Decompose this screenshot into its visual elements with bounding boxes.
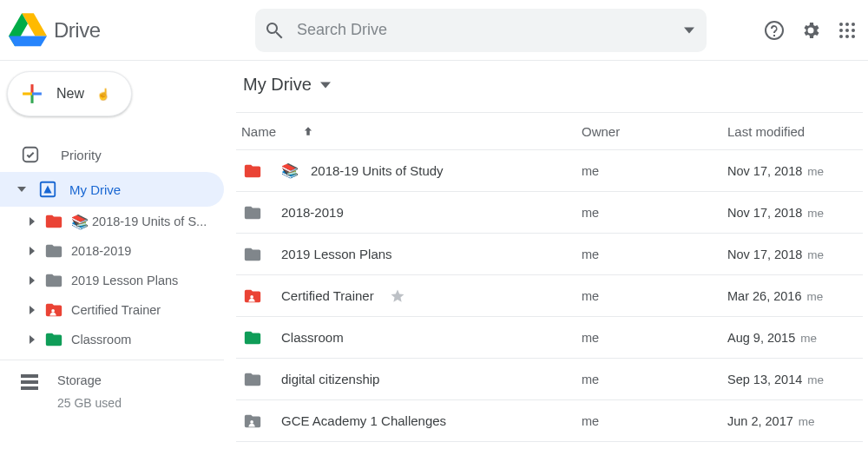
table-row[interactable]: GCE Academy 1 ChallengesmeJun 2, 2017me: [236, 400, 863, 442]
sidebar-label-priority: Priority: [61, 148, 224, 162]
file-owner: me: [582, 206, 727, 220]
svg-rect-18: [21, 380, 38, 384]
column-header-name[interactable]: Name: [236, 124, 582, 139]
svg-point-6: [852, 29, 855, 32]
file-modified: Jun 2, 2017: [727, 414, 793, 428]
table-row[interactable]: 2019 Lesson PlansmeNov 17, 2018me: [236, 234, 863, 275]
storage-used: 25 GB used: [57, 396, 122, 410]
new-button[interactable]: New ☝: [7, 71, 132, 116]
file-owner: me: [582, 289, 727, 303]
chevron-down-icon[interactable]: [17, 185, 26, 194]
file-modified-by: me: [807, 373, 824, 386]
sidebar-item-storage[interactable]: Storage 25 GB used: [0, 367, 224, 410]
svg-point-8: [845, 35, 849, 38]
storage-label: Storage: [57, 373, 102, 387]
file-name: Certified Trainer: [281, 288, 374, 303]
svg-point-20: [250, 295, 253, 299]
svg-rect-11: [30, 94, 33, 103]
folder-icon: [45, 242, 62, 260]
tree-item-label: 2019 Lesson Plans: [71, 274, 224, 287]
tree-item[interactable]: Classroom: [0, 325, 224, 354]
folder-icon: [45, 213, 62, 230]
drive-logo-icon: [9, 11, 47, 50]
svg-rect-19: [21, 386, 38, 390]
chevron-right-icon[interactable]: [28, 217, 36, 226]
chevron-right-icon[interactable]: [28, 306, 36, 314]
chevron-right-icon[interactable]: [28, 335, 36, 344]
tree-item-label: Certified Trainer: [71, 303, 224, 317]
table-row[interactable]: 2018-2019meNov 17, 2018me: [236, 192, 863, 234]
folder-icon: [241, 162, 264, 181]
svg-point-2: [845, 23, 849, 26]
tree-item[interactable]: 2018-2019: [0, 236, 224, 266]
svg-point-21: [250, 420, 253, 424]
sidebar-item-my-drive[interactable]: My Drive: [0, 172, 224, 207]
chevron-right-icon[interactable]: [28, 276, 36, 285]
file-name: digital citizenship: [281, 372, 379, 386]
column-header-owner[interactable]: Owner: [582, 124, 727, 139]
folder-icon: [241, 370, 264, 389]
plus-icon: [20, 82, 44, 106]
column-header-modified[interactable]: Last modified: [727, 124, 863, 139]
cursor-pointer-icon: ☝: [96, 88, 110, 101]
folder-icon: [45, 272, 62, 289]
storage-icon: [21, 374, 38, 390]
table-row[interactable]: ClassroommeAug 9, 2015me: [236, 317, 863, 359]
search-input[interactable]: [297, 21, 681, 39]
star-icon: [390, 288, 405, 304]
tree-item[interactable]: 📚2018-19 Units of S...: [0, 207, 224, 236]
file-modified: Mar 26, 2016: [727, 289, 801, 303]
table-row[interactable]: Certified TrainermeMar 26, 2016me: [236, 275, 863, 317]
app-name: Drive: [54, 18, 101, 43]
file-owner: me: [582, 248, 727, 261]
sidebar-item-priority[interactable]: Priority: [0, 137, 224, 172]
folder-icon: [241, 245, 264, 264]
help-icon[interactable]: [764, 20, 785, 41]
file-modified-by: me: [807, 248, 824, 261]
dropdown-icon[interactable]: [681, 22, 698, 39]
svg-rect-17: [21, 374, 38, 378]
file-name: Classroom: [281, 330, 344, 345]
file-name: 2019 Lesson Plans: [281, 247, 392, 261]
svg-point-7: [839, 35, 843, 38]
sidebar-divider: [0, 360, 224, 360]
svg-point-5: [845, 29, 849, 32]
tree-item[interactable]: 2019 Lesson Plans: [0, 266, 224, 295]
table-row[interactable]: digital citizenshipmeSep 13, 2014me: [236, 359, 863, 400]
table-row[interactable]: 📚2018-19 Units of StudymeNov 17, 2018me: [236, 150, 863, 192]
folder-icon: [45, 331, 62, 348]
tree-item-label: Classroom: [71, 333, 224, 346]
folder-icon: [241, 412, 264, 431]
file-modified-by: me: [800, 332, 817, 345]
breadcrumb-label: My Drive: [243, 75, 312, 95]
svg-rect-13: [32, 92, 42, 95]
svg-rect-12: [23, 92, 32, 95]
file-modified-by: me: [807, 165, 824, 178]
search-icon: [264, 20, 285, 41]
folder-icon: [241, 287, 264, 306]
file-modified-by: me: [799, 415, 815, 428]
arrow-up-icon: [302, 125, 314, 137]
file-modified: Aug 9, 2015: [727, 331, 795, 345]
file-name: 2018-19 Units of Study: [311, 163, 444, 178]
folder-emoji: 📚: [71, 214, 89, 230]
file-modified: Nov 17, 2018: [727, 206, 802, 220]
file-owner: me: [582, 373, 727, 386]
dropdown-icon: [320, 80, 331, 90]
chevron-right-icon[interactable]: [28, 247, 36, 255]
tree-item-label: 2018-2019: [71, 244, 224, 258]
svg-rect-10: [30, 84, 33, 94]
file-name: 2018-2019: [281, 205, 344, 220]
file-owner: me: [582, 414, 727, 428]
apps-grid-icon[interactable]: [837, 20, 858, 41]
folder-icon: [45, 301, 62, 319]
svg-point-1: [839, 23, 843, 26]
search-bar[interactable]: [255, 9, 707, 52]
breadcrumb-my-drive[interactable]: My Drive: [236, 69, 338, 100]
file-modified: Nov 17, 2018: [727, 164, 802, 178]
file-modified: Nov 17, 2018: [727, 248, 802, 261]
gear-icon[interactable]: [800, 20, 821, 41]
folder-icon: [241, 328, 264, 347]
tree-item[interactable]: Certified Trainer: [0, 295, 224, 325]
file-modified-by: me: [807, 207, 824, 220]
